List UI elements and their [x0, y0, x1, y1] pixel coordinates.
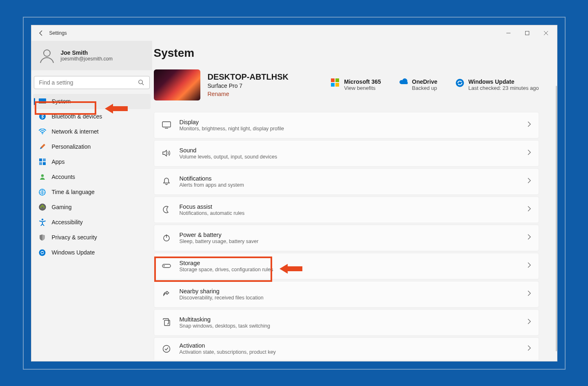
status-m365[interactable]: Microsoft 365 View benefits	[331, 78, 381, 91]
nav-item-windows-update[interactable]: Windows Update	[33, 245, 151, 260]
nav-item-system[interactable]: System	[33, 94, 151, 109]
nav-item-accounts[interactable]: Accounts	[33, 170, 151, 185]
nav-item-time-language[interactable]: Time & language	[33, 185, 151, 200]
sound-icon	[162, 148, 171, 158]
svg-point-31	[163, 345, 170, 352]
profile-email: joesmith@joesmith.com	[61, 56, 113, 62]
nav-label: Time & language	[52, 189, 95, 195]
chevron-right-icon	[527, 149, 531, 157]
check-circle-icon	[162, 344, 171, 354]
card-power-battery[interactable]: Power & batterySleep, battery usage, bat…	[154, 225, 539, 251]
chevron-right-icon	[527, 178, 531, 185]
status-title: Windows Update	[468, 78, 539, 85]
chevron-right-icon	[527, 345, 531, 353]
nav-label: Personalization	[52, 143, 91, 150]
nav-item-accessibility[interactable]: Accessibility	[33, 215, 151, 230]
scrollbar[interactable]	[556, 86, 557, 351]
card-nearby-sharing[interactable]: Nearby sharingDiscoverability, received …	[154, 281, 539, 308]
nav-label: Bluetooth & devices	[52, 113, 102, 120]
svg-point-13	[41, 174, 43, 177]
svg-rect-24	[162, 122, 171, 127]
nav-label: Accounts	[52, 174, 75, 180]
status-sub: Last checked: 23 minutes ago	[468, 85, 539, 91]
card-multitasking[interactable]: MultitaskingSnap windows, desktops, task…	[154, 309, 539, 336]
card-sub: Snap windows, desktops, task switching	[180, 323, 270, 329]
svg-rect-9	[39, 158, 42, 161]
status-onedrive[interactable]: OneDrive Backed up	[399, 78, 437, 91]
chevron-right-icon	[527, 290, 531, 298]
profile-card[interactable]: Joe Smith joesmith@joesmith.com	[31, 41, 152, 70]
svg-marker-32	[105, 104, 128, 114]
svg-rect-21	[331, 83, 335, 87]
chevron-right-icon	[527, 262, 531, 270]
rename-link[interactable]: Rename	[208, 91, 289, 97]
card-sub: Discoverability, received files location	[180, 295, 264, 301]
close-button[interactable]	[537, 25, 555, 41]
card-focus-assist[interactable]: Focus assistNotifications, automatic rul…	[154, 196, 539, 223]
nav-item-gaming[interactable]: Gaming	[33, 200, 151, 215]
storage-icon	[162, 261, 171, 271]
nav-item-personalization[interactable]: Personalization	[33, 139, 151, 154]
status-windows-update[interactable]: Windows Update Last checked: 23 minutes …	[455, 78, 539, 91]
device-name: DESKTOP-ABTLHSK	[208, 72, 289, 82]
wifi-icon	[39, 128, 46, 135]
card-activation[interactable]: ActivationActivation state, subscription…	[154, 337, 539, 360]
nav-item-apps[interactable]: Apps	[33, 154, 151, 170]
nav-item-network[interactable]: Network & internet	[33, 124, 151, 139]
card-sub: Alerts from apps and system	[180, 182, 244, 188]
status-title: Microsoft 365	[344, 78, 381, 85]
card-sound[interactable]: SoundVolume levels, output, input, sound…	[154, 140, 539, 167]
nav-label: Windows Update	[52, 249, 95, 256]
profile-name: Joe Smith	[61, 49, 113, 56]
svg-point-2	[44, 50, 50, 56]
chevron-right-icon	[527, 319, 531, 326]
device-summary: DESKTOP-ABTLHSK Surface Pro 7 Rename Mic…	[154, 69, 539, 100]
accessibility-icon	[39, 219, 46, 226]
card-storage[interactable]: StorageStorage space, drives, configurat…	[154, 253, 539, 279]
nav-item-privacy[interactable]: Privacy & security	[33, 230, 151, 245]
nav-label: Privacy & security	[52, 234, 97, 241]
svg-rect-30	[164, 320, 170, 326]
bluetooth-icon	[39, 113, 46, 120]
chevron-right-icon	[527, 121, 531, 129]
card-title: Notifications	[180, 175, 244, 182]
status-title: OneDrive	[412, 78, 437, 85]
title-bar: Settings	[31, 25, 557, 41]
card-title: Focus assist	[180, 203, 245, 210]
avatar-icon	[38, 47, 56, 65]
arrow-system	[105, 103, 128, 114]
nav-item-bluetooth[interactable]: Bluetooth & devices	[33, 109, 151, 124]
card-title: Sound	[180, 147, 277, 154]
svg-rect-11	[39, 162, 42, 165]
minimize-button[interactable]	[499, 25, 518, 41]
status-sub: View benefits	[344, 85, 381, 91]
svg-point-18	[39, 249, 46, 256]
main-content: System DESKTOP-ABTLHSK Surface Pro 7 Ren…	[154, 41, 557, 361]
page-title: System	[154, 47, 539, 60]
card-display[interactable]: DisplayMonitors, brightness, night light…	[154, 112, 539, 138]
settings-window: Settings Joe Smith joesmith@joesmith.com	[31, 25, 557, 361]
arrow-storage	[280, 263, 302, 274]
maximize-button[interactable]	[518, 25, 537, 41]
gaming-icon	[39, 203, 46, 211]
back-button[interactable]	[33, 25, 49, 41]
apps-icon	[39, 158, 46, 165]
moon-icon	[162, 205, 171, 214]
card-title: Nearby sharing	[180, 288, 264, 295]
svg-rect-6	[39, 102, 46, 103]
chevron-right-icon	[527, 206, 531, 213]
nav-label: Gaming	[52, 204, 72, 210]
clock-globe-icon	[39, 188, 46, 196]
card-notifications[interactable]: NotificationsAlerts from apps and system	[154, 168, 539, 195]
sidebar: Joe Smith joesmith@joesmith.com System	[31, 41, 154, 361]
card-sub: Volume levels, output, input, sound devi…	[180, 154, 277, 160]
svg-rect-22	[335, 83, 339, 87]
svg-point-17	[41, 219, 43, 220]
card-title: Power & battery	[180, 232, 259, 238]
card-title: Storage	[180, 260, 273, 266]
search-input[interactable]	[34, 76, 150, 89]
svg-rect-20	[335, 78, 339, 82]
display-icon	[162, 120, 171, 130]
update-status-icon	[455, 78, 464, 87]
multitask-icon	[162, 317, 171, 327]
